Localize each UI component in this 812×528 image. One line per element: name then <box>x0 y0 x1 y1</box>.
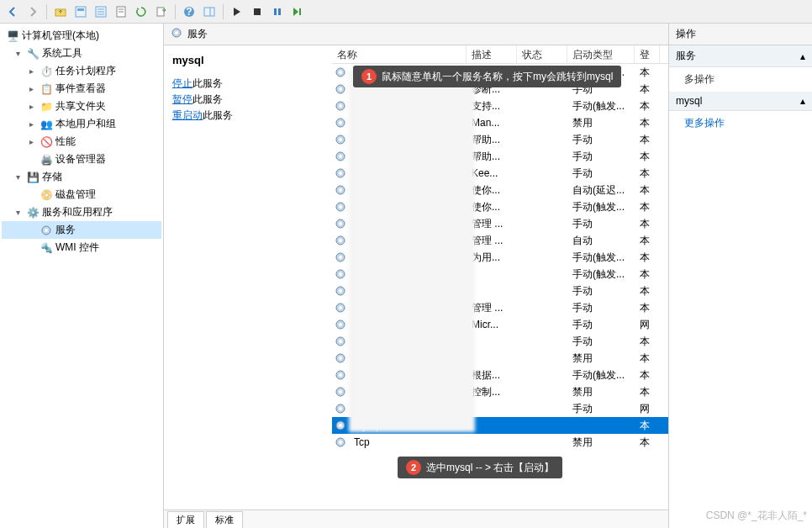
stop-icon[interactable] <box>248 3 266 21</box>
view-detail-icon[interactable] <box>92 3 110 21</box>
service-logon: 本 <box>635 116 660 130</box>
service-start: 手动(触发... <box>567 368 635 383</box>
more-actions-1[interactable]: 多操作 <box>669 67 812 92</box>
service-row[interactable]: Micr...手动网 <box>332 316 668 333</box>
help-icon[interactable]: ? <box>180 3 198 21</box>
service-row[interactable]: 为用...手动(触发...本 <box>332 249 668 266</box>
service-row[interactable]: mysql本 <box>332 417 668 434</box>
tree-wmi[interactable]: 🔩WMI 控件 <box>2 239 161 256</box>
view-large-icon[interactable] <box>71 3 90 21</box>
expand-icon[interactable]: ▸ <box>25 66 37 77</box>
service-row[interactable]: Microsoft 云标识服务手动网 <box>332 400 668 417</box>
gear-icon <box>332 285 349 297</box>
service-row[interactable]: 管理 ...手动本 <box>332 299 668 316</box>
tree-storage[interactable]: ▾💾存储 <box>2 168 161 186</box>
tree-task-scheduler[interactable]: ▸⏱️任务计划程序 <box>2 62 161 80</box>
service-row[interactable]: 管理 ...自动本 <box>332 232 668 249</box>
forward-button[interactable] <box>24 3 42 21</box>
collapse-icon[interactable]: ▾ <box>12 48 24 60</box>
pause-icon[interactable] <box>268 3 287 21</box>
tree-event-viewer[interactable]: ▸📋事件查看器 <box>2 80 161 98</box>
service-row[interactable]: Mi帮助...手动本 <box>332 131 668 148</box>
restart-icon[interactable] <box>288 3 307 21</box>
expand-icon[interactable]: ▸ <box>25 83 37 95</box>
users-icon: 👥 <box>40 118 53 131</box>
col-logon[interactable]: 登 <box>635 45 660 63</box>
export-icon[interactable] <box>152 3 171 21</box>
computer-icon: 🖥️ <box>6 29 19 43</box>
tab-extended[interactable]: 扩展 <box>167 511 204 528</box>
tree-system-tools[interactable]: ▾🔧系统工具 <box>2 45 161 62</box>
service-row[interactable]: Man...禁用本 <box>332 114 668 131</box>
play-icon[interactable] <box>228 3 246 21</box>
service-row[interactable]: 手动本 <box>332 333 668 350</box>
list-rows[interactable]: M支持...手动(触发...本M诊断...手动本支持...手动(触发...本Ma… <box>332 64 668 510</box>
service-logon: 本 <box>635 368 660 383</box>
service-logon: 本 <box>635 217 660 231</box>
service-start: 手动 <box>567 318 635 332</box>
tree-services[interactable]: 服务 <box>2 221 161 239</box>
service-row[interactable]: 支持...手动(触发...本 <box>332 98 668 114</box>
service-row[interactable]: 根据...手动(触发...本 <box>332 367 668 383</box>
props-icon[interactable] <box>112 3 130 21</box>
expand-icon[interactable]: ▸ <box>25 119 37 130</box>
tree-shared-folders[interactable]: ▸📁共享文件夹 <box>2 98 161 115</box>
gear-icon <box>332 184 349 196</box>
list-header[interactable]: 名称 描述 状态 启动类型 登 <box>332 45 668 64</box>
pause-link[interactable]: 暂停 <box>172 93 192 105</box>
service-row[interactable]: Tcp禁用本 <box>332 434 668 451</box>
svg-point-40 <box>339 205 342 209</box>
tree-performance[interactable]: ▸🚫性能 <box>2 133 161 150</box>
service-desc: 管理 ... <box>467 301 517 315</box>
service-row[interactable]: 控制...禁用本 <box>332 383 668 400</box>
folder-share-icon: 📁 <box>40 100 53 114</box>
service-row[interactable]: 使你...自动(延迟...本 <box>332 182 668 198</box>
service-row[interactable]: 管理 ...手动本 <box>332 215 668 232</box>
expand-icon[interactable]: ▸ <box>25 136 37 148</box>
service-logon: 本 <box>635 251 660 265</box>
actions-section-services[interactable]: 服务▴ <box>669 45 812 67</box>
gear-icon <box>332 100 349 112</box>
tab-standard[interactable]: 标准 <box>206 511 243 528</box>
detail-title: mysql <box>172 54 324 66</box>
service-row[interactable]: 禁用本 <box>332 350 668 367</box>
tree-device-manager[interactable]: 🖨️设备管理器 <box>2 150 161 168</box>
callout-num-2: 2 <box>406 460 421 475</box>
tree-local-users[interactable]: ▸👥本地用户和组 <box>2 115 161 133</box>
col-start[interactable]: 启动类型 <box>567 45 635 63</box>
actions-section-mysql[interactable]: mysql▴ <box>669 92 812 111</box>
stop-link[interactable]: 停止 <box>172 77 192 89</box>
collapse-icon[interactable]: ▾ <box>12 172 24 183</box>
service-row[interactable]: M帮助...手动本 <box>332 148 668 165</box>
tree-disk-mgmt[interactable]: 📀磁盘管理 <box>2 186 161 203</box>
col-status[interactable]: 状态 <box>517 45 567 63</box>
col-desc[interactable]: 描述 <box>467 45 517 63</box>
middle-panel: 服务 mysql 停止此服务 暂停此服务 重启动此服务 名称 描述 状态 启动类… <box>164 24 669 528</box>
expand-icon[interactable]: ▸ <box>25 101 37 113</box>
service-start: 手动(触发... <box>567 251 635 265</box>
svg-point-60 <box>339 373 342 377</box>
service-desc: Micr... <box>467 319 517 330</box>
pane-icon[interactable] <box>200 3 219 21</box>
svg-rect-16 <box>274 8 277 15</box>
tree-services-apps[interactable]: ▾⚙️服务和应用程序 <box>2 203 161 221</box>
restart-link[interactable]: 重启动 <box>172 109 203 121</box>
col-name[interactable]: 名称 <box>332 45 467 63</box>
service-logon: 本 <box>635 351 660 366</box>
service-desc: 管理 ... <box>467 217 517 231</box>
gear-icon <box>332 134 349 145</box>
collapse-icon[interactable]: ▾ <box>12 207 24 219</box>
refresh-icon[interactable] <box>132 3 150 21</box>
back-button[interactable] <box>3 3 22 21</box>
service-row[interactable]: M手动(触发...本 <box>332 266 668 282</box>
service-logon: 本 <box>635 66 660 80</box>
svg-rect-17 <box>278 8 281 15</box>
gear-icon <box>332 201 349 213</box>
folder-up-icon[interactable] <box>51 3 70 21</box>
service-row[interactable]: Kee...手动本 <box>332 165 668 182</box>
more-actions-2[interactable]: 更多操作 <box>669 111 812 135</box>
service-row[interactable]: 手动本 <box>332 282 668 299</box>
service-name: mysql <box>349 420 467 431</box>
service-row[interactable]: 使你...手动(触发...本 <box>332 198 668 215</box>
tree-root[interactable]: 🖥️计算机管理(本地) <box>2 27 161 45</box>
